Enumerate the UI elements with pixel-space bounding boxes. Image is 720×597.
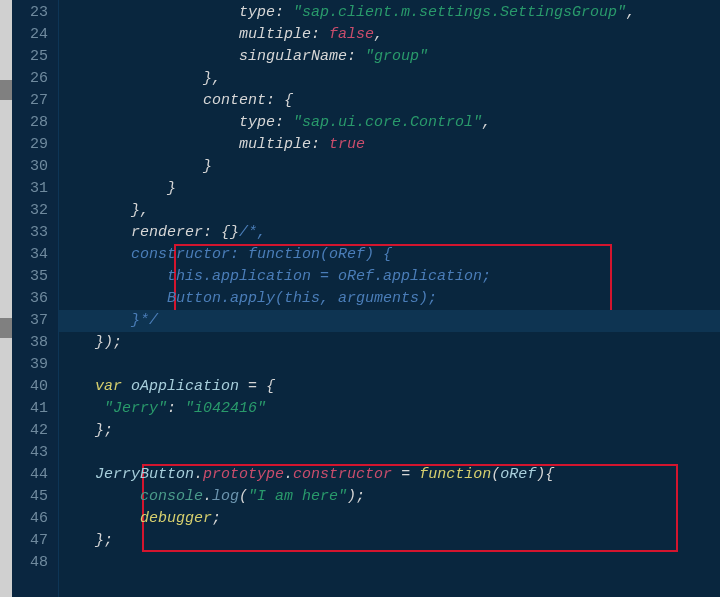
token-pl: ; [212, 510, 221, 527]
code-line[interactable]: }; [59, 420, 720, 442]
token-key: type [239, 4, 275, 21]
token-pl: , [374, 26, 383, 43]
token-kw: var [95, 378, 122, 395]
token-str: "sap.client.m.settings.SettingsGroup" [293, 4, 626, 21]
code-line[interactable]: type: "sap.client.m.settings.SettingsGro… [59, 2, 720, 24]
token-prop: oApplication [131, 378, 239, 395]
code-line[interactable]: }); [59, 332, 720, 354]
token-bool: false [329, 26, 374, 43]
token-pl: : [167, 400, 185, 417]
code-line[interactable] [59, 552, 720, 574]
token-str: "sap.ui.core.Control" [293, 114, 482, 131]
code-line[interactable]: }; [59, 530, 720, 552]
token-pl: : [347, 48, 365, 65]
token-pl: = [392, 466, 419, 483]
token-pl: ( [491, 466, 500, 483]
code-line[interactable]: debugger; [59, 508, 720, 530]
code-line[interactable]: this.application = oRef.application; [59, 266, 720, 288]
token-key: singularName [239, 48, 347, 65]
token-pl [122, 378, 131, 395]
token-key: type [239, 114, 275, 131]
token-pl [59, 4, 239, 21]
code-line[interactable] [59, 442, 720, 464]
token-pl [59, 114, 239, 131]
token-pl: : [275, 4, 293, 21]
token-cmt: }*/ [59, 312, 158, 329]
token-pl: ( [239, 488, 248, 505]
token-cmt: Button.apply(this, arguments); [59, 290, 437, 307]
code-line[interactable]: var oApplication = { [59, 376, 720, 398]
token-pl: , [482, 114, 491, 131]
token-pl: }); [59, 334, 122, 351]
line-number-gutter: 2324252627282930313233343536373839404142… [0, 0, 59, 597]
token-bool: true [329, 136, 365, 153]
code-line[interactable]: }*/ [59, 310, 720, 332]
token-cmt: /*, [239, 224, 266, 241]
token-cmt: this.application = oRef.application; [59, 268, 491, 285]
token-pl [59, 224, 131, 241]
token-pl: ){ [536, 466, 554, 483]
token-pl: }, [59, 70, 221, 87]
token-pl: }; [59, 532, 113, 549]
token-pl [59, 92, 203, 109]
token-pl [59, 510, 140, 527]
token-pl: = { [239, 378, 275, 395]
token-prop: oRef [500, 466, 536, 483]
token-pl: }; [59, 422, 113, 439]
code-line[interactable]: console.log("I am here"); [59, 486, 720, 508]
token-pl [59, 378, 95, 395]
token-cmt: constructor: function(oRef) { [59, 246, 392, 263]
code-line[interactable] [59, 354, 720, 376]
code-editor[interactable]: 2324252627282930313233343536373839404142… [0, 0, 720, 597]
code-line[interactable]: }, [59, 200, 720, 222]
token-pl [59, 400, 104, 417]
token-pl: }, [59, 202, 149, 219]
code-line[interactable]: } [59, 156, 720, 178]
code-line[interactable]: multiple: true [59, 134, 720, 156]
token-pl: : [311, 26, 329, 43]
code-area[interactable]: type: "sap.client.m.settings.SettingsGro… [59, 0, 720, 597]
code-line[interactable]: content: { [59, 90, 720, 112]
code-line[interactable]: constructor: function(oRef) { [59, 244, 720, 266]
code-line[interactable]: }, [59, 68, 720, 90]
gutter-edge [0, 0, 12, 597]
token-reddish: prototype [203, 466, 284, 483]
token-pl [59, 466, 95, 483]
token-key: renderer [131, 224, 203, 241]
token-pl: : [311, 136, 329, 153]
token-pl: : {} [203, 224, 239, 241]
token-pl [59, 26, 239, 43]
token-pl: . [284, 466, 293, 483]
token-pl: . [194, 466, 203, 483]
code-line[interactable]: Button.apply(this, arguments); [59, 288, 720, 310]
code-line[interactable]: JerryButton.prototype.constructor = func… [59, 464, 720, 486]
token-pl: , [626, 4, 635, 21]
token-pl: } [59, 180, 176, 197]
token-str: "I am here" [248, 488, 347, 505]
token-pl [59, 488, 140, 505]
code-line[interactable]: singularName: "group" [59, 46, 720, 68]
token-func: log [212, 488, 239, 505]
token-str: "Jerry" [104, 400, 167, 417]
token-prop: JerryButton [95, 466, 194, 483]
token-key: multiple [239, 136, 311, 153]
code-line[interactable]: multiple: false, [59, 24, 720, 46]
token-glob: console [140, 488, 203, 505]
token-pl: . [203, 488, 212, 505]
code-line[interactable]: "Jerry": "i042416" [59, 398, 720, 420]
token-kw: function [419, 466, 491, 483]
token-key: multiple [239, 26, 311, 43]
code-line[interactable]: } [59, 178, 720, 200]
code-line[interactable]: renderer: {}/*, [59, 222, 720, 244]
token-pl: } [59, 158, 212, 175]
token-pl: : { [266, 92, 293, 109]
token-str: "group" [365, 48, 428, 65]
token-str: "i042416" [185, 400, 266, 417]
token-pl [59, 136, 239, 153]
token-kw: debugger [140, 510, 212, 527]
token-pl [59, 48, 239, 65]
token-reddish: constructor [293, 466, 392, 483]
code-line[interactable]: type: "sap.ui.core.Control", [59, 112, 720, 134]
token-key: content [203, 92, 266, 109]
token-pl: ); [347, 488, 365, 505]
